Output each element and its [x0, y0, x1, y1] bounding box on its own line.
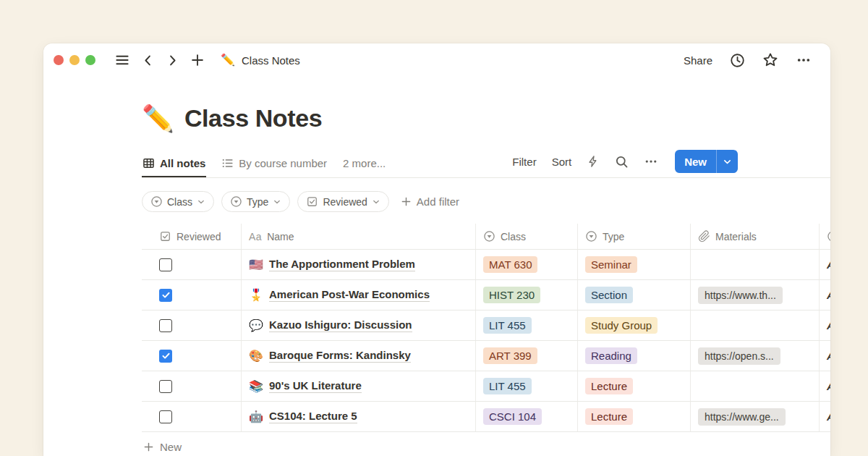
checkbox-icon	[306, 195, 318, 208]
reviewed-checkbox[interactable]	[159, 289, 172, 302]
sort-button[interactable]: Sort	[552, 156, 572, 168]
column-header-label: Reviewed	[176, 231, 221, 242]
close-window-button[interactable]	[54, 55, 64, 65]
type-tag[interactable]: Section	[585, 287, 633, 303]
note-title-cell[interactable]: 📚90's UK Literature	[249, 379, 362, 393]
type-tag[interactable]: Lecture	[585, 408, 633, 425]
forward-icon[interactable]	[166, 54, 179, 67]
automation-bolt-icon[interactable]	[587, 155, 600, 168]
materials-url-chip[interactable]: https://www.th...	[698, 287, 783, 304]
breadcrumb-title: Class Notes	[242, 54, 300, 67]
zoom-window-button[interactable]	[85, 55, 95, 65]
new-page-icon[interactable]	[190, 53, 205, 67]
text-type-icon: Aa	[249, 231, 262, 242]
class-tag[interactable]: LIT 455	[483, 378, 532, 394]
partial-cell-text: A	[827, 258, 830, 271]
favorite-star-icon[interactable]	[762, 52, 778, 68]
search-icon[interactable]	[615, 155, 629, 169]
column-header-materials[interactable]: Materials	[691, 224, 820, 249]
reviewed-checkbox[interactable]	[159, 319, 172, 332]
filter-row: ClassTypeReviewed Add filter	[142, 191, 830, 212]
note-title-link[interactable]: Kazuo Ishiguro: Discussion	[269, 318, 412, 332]
filter-chip-class[interactable]: Class	[142, 191, 214, 212]
chevron-down-icon	[273, 198, 281, 206]
note-title-cell[interactable]: 🇺🇸The Apportionment Problem	[249, 258, 415, 271]
note-title-link[interactable]: 90's UK Literature	[269, 379, 362, 393]
add-filter-button[interactable]: Add filter	[401, 195, 459, 208]
table-icon	[142, 157, 155, 169]
view-tab-by-course-number[interactable]: By course number	[221, 151, 328, 177]
partial-cell-text: A	[827, 380, 830, 392]
share-button[interactable]: Share	[684, 54, 712, 67]
class-tag[interactable]: CSCI 104	[483, 408, 542, 425]
reviewed-checkbox[interactable]	[159, 258, 172, 271]
column-header-partial[interactable]	[820, 224, 830, 249]
note-title-cell[interactable]: 🤖CS104: Lecture 5	[249, 410, 357, 423]
back-icon[interactable]	[141, 54, 155, 67]
note-title-cell[interactable]: 💬Kazuo Ishiguro: Discussion	[249, 318, 412, 332]
column-header-class[interactable]: Class	[476, 224, 578, 249]
paperclip-icon	[698, 230, 710, 242]
type-tag[interactable]: Study Group	[585, 317, 658, 334]
class-tag[interactable]: MAT 630	[483, 256, 537, 273]
partial-cell-text: A	[827, 350, 830, 362]
notes-table: ReviewedAaNameClassTypeMaterials 🇺🇸The A…	[142, 224, 830, 456]
minimize-window-button[interactable]	[69, 55, 80, 65]
note-emoji-icon: 🤖	[249, 411, 263, 423]
note-title-link[interactable]: The Apportionment Problem	[269, 258, 415, 271]
view-tab-2-more-[interactable]: 2 more...	[342, 151, 386, 177]
table-row: 📚90's UK LiteratureLIT 455LectureA	[142, 371, 830, 402]
column-header-label: Type	[603, 231, 624, 242]
note-title-link[interactable]: American Post-War Economics	[269, 288, 430, 302]
view-tab-label: 2 more...	[343, 157, 386, 169]
partial-cell-text: A	[827, 410, 830, 423]
page-title-emoji-icon[interactable]: ✏️	[142, 106, 174, 132]
view-tab-all-notes[interactable]: All notes	[142, 151, 206, 177]
view-more-icon[interactable]	[644, 154, 658, 169]
column-header-type[interactable]: Type	[578, 224, 691, 249]
reviewed-checkbox[interactable]	[159, 380, 172, 393]
column-header-name[interactable]: AaName	[242, 224, 476, 249]
class-tag[interactable]: HIST 230	[483, 287, 540, 303]
filter-chip-reviewed[interactable]: Reviewed	[297, 191, 388, 212]
note-title-cell[interactable]: 🎨Baroque Forms: Kandinsky	[249, 349, 411, 363]
new-dropdown-chevron-icon[interactable]	[717, 150, 738, 173]
filter-chip-label: Class	[167, 196, 192, 208]
page-emoji-icon: ✏️	[221, 54, 235, 66]
materials-url-chip[interactable]: https://www.ge...	[698, 408, 786, 426]
type-tag[interactable]: Lecture	[585, 378, 633, 394]
more-options-icon[interactable]	[796, 52, 812, 68]
filter-chip-type[interactable]: Type	[221, 191, 290, 212]
reviewed-checkbox[interactable]	[159, 410, 172, 423]
breadcrumb[interactable]: ✏️ Class Notes	[221, 54, 300, 67]
column-header-reviewed[interactable]: Reviewed	[142, 224, 242, 249]
view-tab-label: By course number	[239, 157, 327, 169]
add-row-button[interactable]: New	[142, 432, 830, 456]
view-bar: All notesBy course number2 more... Filte…	[142, 151, 738, 177]
table-header-row: ReviewedAaNameClassTypeMaterials	[142, 224, 830, 250]
filter-button[interactable]: Filter	[512, 156, 536, 168]
sidebar-menu-icon[interactable]	[114, 52, 130, 68]
updates-clock-icon[interactable]	[730, 53, 745, 68]
class-tag[interactable]: LIT 455	[483, 317, 532, 334]
column-header-label: Name	[267, 231, 294, 242]
chevron-down-icon	[197, 198, 205, 206]
note-emoji-icon: 🎖️	[249, 290, 263, 301]
partial-cell-text: A	[827, 289, 830, 301]
note-title-cell[interactable]: 🎖️American Post-War Economics	[249, 288, 430, 302]
note-emoji-icon: 📚	[249, 381, 263, 392]
materials-url-chip[interactable]: https://open.s...	[698, 347, 780, 365]
class-tag[interactable]: ART 399	[483, 347, 537, 364]
type-tag[interactable]: Reading	[585, 347, 637, 364]
reviewed-checkbox[interactable]	[159, 350, 172, 363]
page-title-text[interactable]: Class Notes	[184, 104, 322, 132]
note-emoji-icon: 🇺🇸	[249, 259, 263, 271]
checkbox-icon	[159, 230, 171, 242]
new-button-label[interactable]: New	[675, 150, 716, 173]
note-title-link[interactable]: CS104: Lecture 5	[269, 410, 357, 423]
table-body: 🇺🇸The Apportionment ProblemMAT 630Semina…	[142, 250, 830, 432]
type-tag[interactable]: Seminar	[585, 256, 637, 273]
filter-chip-label: Reviewed	[323, 196, 367, 208]
note-title-link[interactable]: Baroque Forms: Kandinsky	[269, 349, 411, 363]
new-button[interactable]: New	[675, 150, 738, 173]
